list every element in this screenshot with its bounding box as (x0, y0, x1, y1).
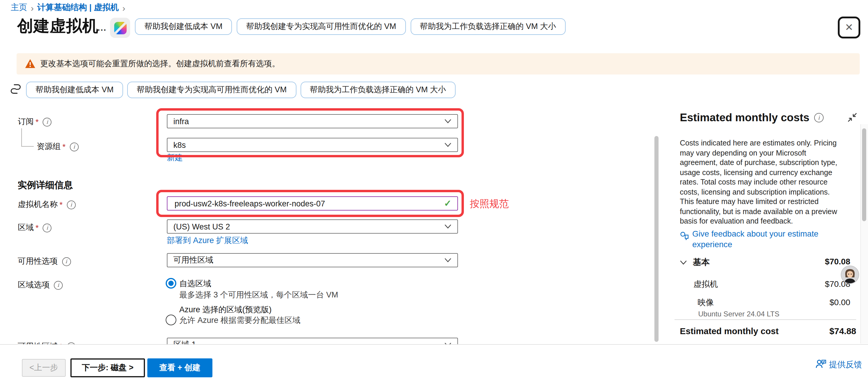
section-instance-details: 实例详细信息 (18, 179, 73, 192)
feedback-bubbles-icon (680, 231, 689, 241)
cost-disclaimer: Costs indicated here are estimates only.… (680, 138, 845, 226)
cost-item-subtext: Ubuntu Server 24.04 LTS (698, 310, 779, 318)
annotation-note: 按照规范 (470, 197, 509, 211)
availability-options-label: 可用性选项 i (18, 256, 71, 267)
estimate-feedback-link[interactable]: Give feedback about your estimate experi… (692, 229, 845, 250)
breadcrumb-section-link[interactable]: 计算基础结构 | 虚拟机 (37, 2, 119, 13)
suggestion-right-vm-size-button[interactable]: 帮助我为工作负载选择正确的 VM 大小 (410, 18, 566, 35)
copilot-outline-icon (9, 82, 23, 96)
region-label: 区域 * i (18, 222, 52, 233)
suggestion-low-cost-vm-button[interactable]: 帮助我创建低成本 VM (135, 18, 232, 35)
give-feedback-link[interactable]: 提供反馈 (829, 360, 862, 370)
vm-name-label: 虚拟机名称 * i (18, 199, 76, 210)
avatar[interactable] (841, 265, 859, 284)
radio-azure-selected-zones-desc: 允许 Azure 根据需要分配最佳区域 (179, 315, 301, 326)
resource-group-dropdown[interactable]: k8s (167, 138, 458, 152)
vm-name-field: ✓ (167, 196, 458, 211)
estimated-monthly-cost-label: Estimated monthly cost (680, 326, 779, 336)
deploy-azure-extended-zone-link[interactable]: 部署到 Azure 扩展区域 (167, 235, 248, 246)
cost-panel-title: Estimated monthly costs i (680, 111, 824, 124)
zone-options-label: 区域选项 i (18, 280, 63, 290)
cost-item-name: 虚拟机 (693, 279, 718, 290)
panel-scrollbar[interactable] (862, 128, 866, 221)
warning-banner: 更改基本选项可能会重置所做的选择。创建虚拟机前查看所有选项。 (17, 53, 860, 74)
cost-item-name: 映像 (698, 297, 714, 308)
copilot-button[interactable] (110, 18, 130, 38)
chevron-down-icon (444, 224, 452, 229)
more-options-button[interactable]: … (97, 23, 107, 33)
close-annotation-box: ✕ (838, 17, 860, 38)
chevron-right-icon: › (27, 3, 37, 13)
warning-icon (25, 59, 35, 69)
previous-step-button[interactable]: <上一步 (22, 359, 66, 377)
info-icon[interactable]: i (43, 223, 52, 232)
suggestion-bar: 帮助我创建低成本 VM 帮助我创建专为实现高可用性而优化的 VM 帮助我为工作负… (26, 82, 456, 98)
valid-check-icon: ✓ (444, 198, 452, 209)
warning-text: 更改基本选项可能会重置所做的选择。创建虚拟机前查看所有选项。 (40, 59, 280, 69)
subscription-dropdown[interactable]: infra (167, 114, 458, 128)
close-icon[interactable]: ✕ (845, 23, 854, 33)
availability-options-dropdown[interactable]: 可用性区域 (167, 253, 458, 267)
chevron-down-icon[interactable] (680, 260, 687, 265)
chevron-down-icon (444, 258, 452, 263)
footer-bar: <上一步 下一步: 磁盘 > 查看 + 创建 提供反馈 (0, 344, 868, 385)
radio-azure-selected-zones[interactable] (166, 315, 176, 325)
chevron-down-icon (444, 119, 452, 124)
required-marker: * (59, 200, 63, 209)
review-create-button[interactable]: 查看 + 创建 (147, 358, 212, 377)
resource-group-label: 资源组 * i (37, 141, 79, 152)
suggestion-high-availability-vm-button[interactable]: 帮助我创建专为实现高可用性而优化的 VM (237, 18, 406, 35)
create-new-resource-group-link[interactable]: 新建 (167, 153, 183, 163)
suggestion-low-cost-vm-button[interactable]: 帮助我创建低成本 VM (26, 82, 123, 98)
info-icon[interactable]: i (70, 142, 79, 151)
next-step-disks-button[interactable]: 下一步: 磁盘 > (70, 358, 145, 377)
chevron-right-icon: › (119, 3, 129, 13)
info-icon[interactable]: i (814, 113, 824, 122)
chevron-down-icon (444, 142, 452, 147)
info-icon[interactable]: i (62, 257, 71, 266)
feedback-person-icon (815, 358, 827, 369)
info-icon[interactable]: i (43, 118, 52, 126)
info-icon[interactable]: i (67, 200, 76, 209)
suggestion-right-vm-size-button[interactable]: 帮助我为工作负载选择正确的 VM 大小 (300, 82, 456, 98)
breadcrumb: 主页 › 计算基础结构 | 虚拟机 › (11, 2, 129, 13)
radio-self-selected-zones-label[interactable]: 自选区域 (179, 279, 211, 289)
panel-divider (675, 319, 856, 320)
required-marker: * (62, 142, 66, 151)
header-suggestion-buttons: 帮助我创建低成本 VM 帮助我创建专为实现高可用性而优化的 VM 帮助我为工作负… (135, 18, 566, 35)
collapse-panel-icon[interactable] (847, 113, 857, 122)
region-dropdown[interactable]: (US) West US 2 (167, 219, 458, 234)
required-marker: * (35, 118, 39, 126)
cost-item-amount: $0.00 (830, 297, 850, 307)
estimated-monthly-cost-amount: $74.88 (829, 326, 856, 336)
info-icon[interactable]: i (54, 281, 63, 289)
subscription-label: 订阅 * i (18, 117, 52, 127)
create-vm-page: 主页 › 计算基础结构 | 虚拟机 › 创建虚拟机 … 帮助我创建低成本 VM … (0, 0, 868, 385)
copilot-logo-icon (114, 22, 126, 34)
vm-name-input[interactable] (173, 198, 444, 208)
main-scrollbar[interactable] (654, 136, 658, 342)
radio-self-selected-zones[interactable] (166, 278, 176, 289)
radio-azure-selected-zones-label[interactable]: Azure 选择的区域(预览版) (179, 304, 272, 315)
breadcrumb-home-link[interactable]: 主页 (11, 2, 27, 13)
cost-group-amount: $70.08 (825, 257, 850, 266)
suggestion-high-availability-vm-button[interactable]: 帮助我创建专为实现高可用性而优化的 VM (127, 82, 296, 98)
page-title: 创建虚拟机 (17, 15, 98, 37)
cost-group-name[interactable]: 基本 (693, 257, 710, 268)
required-marker: * (35, 223, 39, 232)
radio-self-selected-zones-desc: 最多选择 3 个可用性区域，每个区域一台 VM (179, 290, 338, 300)
tree-connector (21, 128, 34, 147)
